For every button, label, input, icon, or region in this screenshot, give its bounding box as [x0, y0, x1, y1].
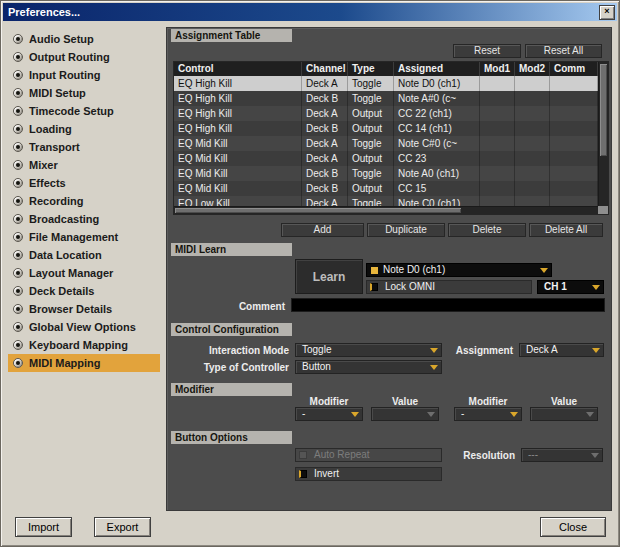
midi-mapping-panel: Assignment Table Reset Reset All Control…: [166, 27, 612, 511]
vertical-scrollbar[interactable]: [598, 62, 608, 206]
table-row[interactable]: EQ High Kill Deck B Output CC 14 (ch1): [174, 121, 598, 136]
table-row[interactable]: EQ Mid Kill Deck A Output CC 23: [174, 151, 598, 166]
cell-comment: [550, 196, 598, 206]
sidebar-item-input-routing[interactable]: Input Routing: [8, 66, 160, 84]
cell-mod1: [480, 166, 515, 181]
close-icon[interactable]: ×: [599, 5, 615, 20]
sidebar-item-loading[interactable]: Loading: [8, 120, 160, 138]
comment-input[interactable]: [291, 298, 605, 312]
column-header-assigned[interactable]: Assigned: [394, 62, 480, 76]
cell-type: Toggle: [348, 196, 394, 206]
column-header-channel[interactable]: Channel: [302, 62, 348, 76]
table-row[interactable]: EQ High Kill Deck A Output CC 22 (ch1): [174, 106, 598, 121]
checkbox-icon: [299, 451, 307, 459]
chevron-down-icon: [586, 412, 594, 417]
cell-mod1: [480, 181, 515, 196]
cell-comment: [550, 151, 598, 166]
value1-dropdown[interactable]: [371, 407, 439, 421]
add-button[interactable]: Add: [281, 223, 364, 237]
sidebar-item-label: Broadcasting: [29, 213, 99, 225]
cell-mod2: [515, 151, 550, 166]
auto-repeat-checkbox[interactable]: Auto Repeat: [295, 448, 442, 462]
cell-assigned: CC 23: [394, 151, 480, 166]
horizontal-scrollbar-thumb[interactable]: [175, 208, 461, 213]
radio-icon: [13, 160, 23, 170]
close-button[interactable]: Close: [540, 517, 606, 537]
assignment-dropdown[interactable]: Deck A: [519, 343, 604, 357]
sidebar-item-output-routing[interactable]: Output Routing: [8, 48, 160, 66]
column-header-control[interactable]: Control: [174, 62, 302, 76]
type-of-controller-dropdown[interactable]: Button: [295, 360, 442, 374]
sidebar-item-keyboard-mapping[interactable]: Keyboard Mapping: [8, 336, 160, 354]
import-button[interactable]: Import: [15, 517, 72, 537]
column-header-mod2[interactable]: Mod2: [515, 62, 550, 76]
sidebar-item-global-view-options[interactable]: Global View Options: [8, 318, 160, 336]
table-row[interactable]: EQ Mid Kill Deck B Toggle Note A0 (ch1): [174, 166, 598, 181]
vertical-scrollbar-thumb[interactable]: [600, 64, 607, 156]
sidebar-item-broadcasting[interactable]: Broadcasting: [8, 210, 160, 228]
modifier2-dropdown[interactable]: -: [454, 407, 522, 421]
midi-channel-dropdown[interactable]: CH 1: [537, 280, 604, 294]
reset-button[interactable]: Reset: [453, 44, 521, 58]
sidebar-item-recording[interactable]: Recording: [8, 192, 160, 210]
reset-all-button[interactable]: Reset All: [525, 44, 602, 58]
assignment-table: Control Channel Type Assigned Mod1 Mod2 …: [173, 61, 609, 215]
sidebar-item-deck-details[interactable]: Deck Details: [8, 282, 160, 300]
table-row[interactable]: EQ High Kill Deck A Toggle Note D0 (ch1): [174, 76, 598, 91]
lock-omni-checkbox[interactable]: Lock OMNI: [366, 280, 532, 294]
horizontal-scrollbar[interactable]: [174, 206, 598, 214]
export-button[interactable]: Export: [94, 517, 151, 537]
sidebar-item-label: MIDI Mapping: [29, 357, 101, 369]
sidebar-item-audio-setup[interactable]: Audio Setup: [8, 30, 160, 48]
radio-icon: [13, 322, 23, 332]
interaction-mode-dropdown[interactable]: Toggle: [295, 343, 442, 357]
sidebar-item-transport[interactable]: Transport: [8, 138, 160, 156]
radio-icon: [13, 196, 23, 206]
sidebar-item-file-management[interactable]: File Management: [8, 228, 160, 246]
learn-button[interactable]: Learn: [295, 259, 363, 294]
sidebar-item-browser-details[interactable]: Browser Details: [8, 300, 160, 318]
table-row[interactable]: EQ High Kill Deck B Toggle Note A#0 (c~: [174, 91, 598, 106]
sidebar-item-effects[interactable]: Effects: [8, 174, 160, 192]
cell-type: Output: [348, 106, 394, 121]
radio-icon: [13, 142, 23, 152]
duplicate-button[interactable]: Duplicate: [367, 223, 445, 237]
delete-all-button[interactable]: Delete All: [529, 223, 603, 237]
cell-assigned: Note D0 (ch1): [394, 76, 480, 91]
chevron-down-icon: [351, 412, 359, 417]
radio-icon: [13, 268, 23, 278]
cell-mod2: [515, 196, 550, 206]
invert-label: Invert: [314, 468, 339, 479]
delete-button[interactable]: Delete: [448, 223, 526, 237]
cell-control: EQ High Kill: [174, 91, 302, 106]
sidebar-item-data-location[interactable]: Data Location: [8, 246, 160, 264]
sidebar-item-midi-mapping[interactable]: MIDI Mapping: [8, 354, 160, 372]
value2-dropdown[interactable]: [530, 407, 598, 421]
sidebar-item-mixer[interactable]: Mixer: [8, 156, 160, 174]
chevron-down-icon: [510, 412, 518, 417]
column-header-comment[interactable]: Comm: [550, 62, 598, 76]
cell-mod1: [480, 91, 515, 106]
sidebar-item-timecode-setup[interactable]: Timecode Setup: [8, 102, 160, 120]
table-row[interactable]: EQ Mid Kill Deck A Toggle Note C#0 (c~: [174, 136, 598, 151]
column-header-mod1[interactable]: Mod1: [480, 62, 515, 76]
cell-channel: Deck A: [302, 136, 348, 151]
button-options-header: Button Options: [171, 431, 292, 444]
resolution-dropdown[interactable]: ---: [521, 448, 603, 462]
chevron-down-icon: [430, 348, 438, 353]
resolution-value: ---: [528, 449, 538, 460]
midi-activity-led-icon: [371, 267, 378, 274]
invert-checkbox[interactable]: Invert: [295, 467, 442, 481]
column-header-type[interactable]: Type: [348, 62, 394, 76]
table-row[interactable]: EQ Mid Kill Deck B Output CC 15: [174, 181, 598, 196]
table-row[interactable]: EQ Low Kill Deck A Toggle Note C0 (ch1): [174, 196, 598, 206]
midi-assignment-dropdown[interactable]: Note D0 (ch1): [366, 263, 552, 277]
sidebar-item-midi-setup[interactable]: MIDI Setup: [8, 84, 160, 102]
sidebar-item-label: Timecode Setup: [29, 105, 114, 117]
sidebar-item-label: MIDI Setup: [29, 87, 86, 99]
sidebar-item-layout-manager[interactable]: Layout Manager: [8, 264, 160, 282]
modifier1-dropdown[interactable]: -: [295, 407, 363, 421]
sidebar-item-label: Keyboard Mapping: [29, 339, 128, 351]
cell-comment: [550, 121, 598, 136]
cell-channel: Deck B: [302, 181, 348, 196]
